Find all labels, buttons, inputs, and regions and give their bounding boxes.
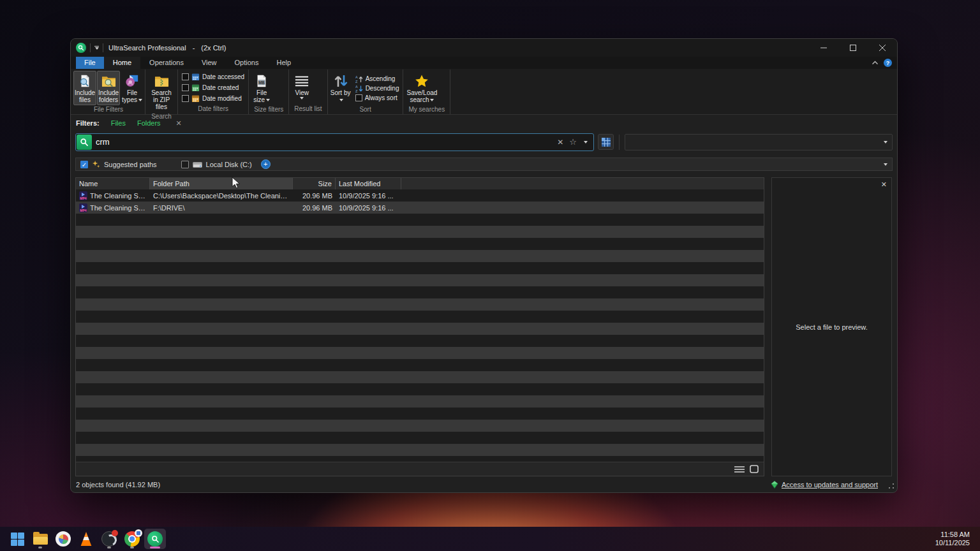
taskbar-clock[interactable]: 11:58 AM 10/11/2025	[935, 531, 980, 547]
close-button[interactable]	[868, 39, 897, 57]
button-label: Save/Load search	[406, 89, 438, 103]
vlc-cone-icon	[79, 532, 93, 546]
clear-search-icon[interactable]: ✕	[557, 138, 563, 147]
collapse-ribbon-icon[interactable]	[872, 61, 879, 65]
descending-button[interactable]: AZ Descending	[355, 85, 399, 92]
search-in-zip-button[interactable]: Search in ZIP files	[147, 71, 176, 112]
tab-view[interactable]: View	[193, 57, 226, 69]
group-label: File Filters	[73, 105, 144, 115]
export-results-button[interactable]	[598, 134, 614, 150]
start-button[interactable]	[6, 529, 28, 549]
button-label: Include folders	[98, 89, 119, 103]
include-folders-button[interactable]: Include folders	[97, 71, 120, 105]
taskbar: 11:58 AM 10/11/2025	[0, 527, 980, 551]
app-badge-icon	[135, 529, 142, 537]
dropdown-caret-icon	[300, 97, 304, 99]
windows-logo-icon	[11, 533, 24, 546]
help-icon[interactable]: ?	[884, 59, 892, 67]
suggested-paths-checkbox[interactable]: ✓	[80, 161, 88, 168]
tab-home[interactable]: Home	[104, 57, 140, 69]
ascending-button[interactable]: AZ Ascending	[355, 75, 399, 83]
search-paths-bar: ✓ Suggested paths Local Disk (C:) +	[75, 158, 893, 171]
button-label: Sort by	[330, 89, 351, 103]
sort-arrows-icon	[333, 73, 348, 89]
file-explorer-button[interactable]	[29, 529, 51, 549]
ribbon: Include files Include folders File types	[71, 69, 897, 115]
paths-bar-caret-icon[interactable]	[884, 163, 887, 166]
dropdown-caret-icon	[266, 99, 270, 101]
button-label: File types	[122, 89, 142, 103]
checkbox-label: Date created	[202, 84, 239, 91]
dropdown-caret-icon	[138, 99, 142, 101]
preview-placeholder: Select a file to preview.	[772, 323, 891, 331]
ribbon-group-result-list: View Result list	[289, 70, 327, 114]
ribbon-tab-bar: File Home Operations View Options Help ?	[71, 57, 897, 69]
sort-by-button[interactable]: Sort by	[329, 71, 352, 105]
thumbnail-view-toggle-icon[interactable]	[750, 465, 759, 473]
details-view-toggle-icon[interactable]	[734, 466, 745, 473]
search-history-caret-icon[interactable]	[584, 141, 588, 143]
clear-filters-icon[interactable]: ✕	[176, 119, 182, 128]
obs-button[interactable]	[98, 529, 120, 549]
minimize-button[interactable]	[809, 39, 838, 57]
group-label: My searches	[405, 105, 449, 115]
date-modified-checkbox[interactable]: Date modified	[182, 94, 244, 103]
list-lines-icon	[295, 73, 309, 89]
svg-text:Z: Z	[355, 79, 358, 83]
date-created-checkbox[interactable]: Date created	[182, 84, 244, 92]
file-types-button[interactable]: File types	[121, 71, 144, 105]
ribbon-group-size-filters: MB File size Size filters	[249, 70, 289, 114]
column-header-name[interactable]: Name	[76, 178, 150, 189]
add-path-button[interactable]: +	[261, 159, 271, 169]
table-row[interactable]: MP4 The Cleaning Softwa... F:\DRIVE\ 20.…	[76, 202, 764, 214]
ultrasearch-taskbar-button[interactable]	[144, 529, 166, 549]
group-label: Sort	[329, 105, 402, 115]
local-disk-checkbox[interactable]	[181, 161, 189, 168]
tab-options[interactable]: Options	[226, 57, 268, 69]
search-button[interactable]	[77, 135, 92, 150]
exclude-filter-combo[interactable]	[625, 134, 893, 151]
cell-last-modified: 10/9/2025 9:16 ...	[336, 192, 401, 200]
filter-files-link[interactable]: Files	[111, 119, 126, 127]
vlc-button[interactable]	[75, 529, 97, 549]
view-button[interactable]: View	[290, 71, 313, 105]
tab-help[interactable]: Help	[267, 57, 300, 69]
chrome-button[interactable]	[121, 529, 143, 549]
title-bar: UltraSearch Professional - (2x Ctrl)	[71, 39, 897, 57]
svg-text:MB: MB	[258, 80, 265, 85]
column-header-size[interactable]: Size	[293, 178, 336, 189]
cell-last-modified: 10/9/2025 9:16 ...	[336, 204, 401, 212]
app-icon[interactable]	[76, 43, 86, 53]
support-gem-icon	[771, 481, 778, 489]
group-label: Size filters	[250, 105, 287, 115]
tab-file[interactable]: File	[76, 57, 104, 69]
search-input[interactable]	[96, 137, 553, 147]
ribbon-group-file-filters: Include files Include folders File types	[72, 70, 145, 114]
date-accessed-checkbox[interactable]: Date accessed	[182, 73, 244, 81]
always-sort-checkbox[interactable]: Always sort	[355, 94, 399, 101]
column-header-folder-path[interactable]: Folder Path	[150, 178, 293, 189]
running-indicator	[107, 547, 111, 548]
filter-folders-link[interactable]: Folders	[137, 119, 161, 127]
customize-qat-button[interactable]	[94, 46, 99, 50]
checkbox	[355, 94, 362, 101]
file-size-button[interactable]: MB File size	[250, 71, 273, 105]
save-load-search-button[interactable]: Save/Load search	[405, 71, 439, 105]
notification-badge	[112, 530, 118, 536]
close-preview-icon[interactable]: ✕	[881, 180, 887, 189]
tab-operations[interactable]: Operations	[140, 57, 193, 69]
resize-grip[interactable]	[888, 483, 895, 489]
favorite-star-icon[interactable]: ☆	[569, 137, 577, 147]
file-size-icon: MB	[255, 73, 268, 89]
include-files-button[interactable]: Include files	[73, 71, 96, 105]
checkbox-label: Date accessed	[202, 73, 244, 80]
suggested-paths-label: Suggested paths	[104, 161, 157, 168]
support-link[interactable]: Access to updates and support	[782, 481, 878, 489]
column-header-last-modified[interactable]: Last Modified	[336, 178, 401, 189]
pie-chart-app-button[interactable]	[52, 529, 74, 549]
table-row[interactable]: MP4 The Cleaning Softwa... C:\Users\Back…	[76, 189, 764, 202]
zip-folder-icon	[154, 73, 169, 89]
combo-caret-icon	[884, 141, 887, 143]
checkbox	[182, 95, 189, 102]
maximize-button[interactable]	[838, 39, 868, 57]
